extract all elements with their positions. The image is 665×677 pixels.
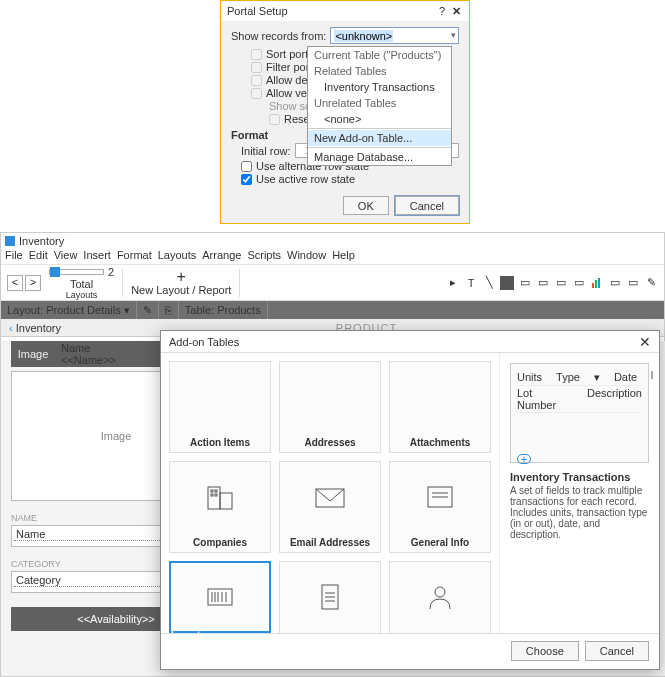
layout-count: 2 <box>108 266 114 278</box>
show-records-label: Show records from: <box>231 30 326 42</box>
addon-grid: Action Items Addresses Attachments Compa… <box>161 353 499 633</box>
addon-title: Add-on Tables <box>169 336 639 348</box>
preview-pane: UnitsType▾Date Lot NumberDescription + I… <box>499 353 659 633</box>
card-email[interactable]: Email Addresses <box>279 461 381 553</box>
dd-group-current: Current Table ("Products") <box>308 47 451 63</box>
close-icon[interactable]: ✕ <box>639 334 651 350</box>
svg-rect-7 <box>211 494 213 496</box>
preview-desc: A set of fields to track multiple transa… <box>510 485 649 540</box>
menu-view[interactable]: View <box>54 249 78 264</box>
combo-value: <unknown> <box>334 30 393 42</box>
svg-rect-0 <box>592 283 594 288</box>
menu-help[interactable]: Help <box>332 249 355 264</box>
chart-tool-icon[interactable] <box>590 276 604 290</box>
card-companies[interactable]: Companies <box>169 461 271 553</box>
layout-total: Total <box>70 278 93 290</box>
dd-item-inventory[interactable]: Inventory Transactions <box>308 79 451 95</box>
menu-scripts[interactable]: Scripts <box>247 249 281 264</box>
name-label: NAME <box>11 513 156 523</box>
rect-tool-icon[interactable]: ▭ <box>518 276 532 290</box>
dd-item-none[interactable]: <none> <box>308 111 451 127</box>
field-tool-icon[interactable]: ▭ <box>536 276 550 290</box>
category-label: CATEGORY <box>11 559 156 569</box>
card-inventory-transactions[interactable]: Inventory Transactions <box>169 561 271 633</box>
table-label: Table: Products <box>179 301 268 319</box>
svg-rect-6 <box>215 490 217 492</box>
portal-tool-icon[interactable]: ▭ <box>572 276 586 290</box>
menu-bar: File Edit View Insert Format Layouts Arr… <box>1 249 664 265</box>
text-tool-icon[interactable]: T <box>464 276 478 290</box>
svg-rect-8 <box>215 494 217 496</box>
svg-point-23 <box>435 587 445 597</box>
svg-rect-4 <box>220 493 232 509</box>
svg-rect-2 <box>598 278 600 288</box>
layouts-slider[interactable]: 2 Total Layouts <box>49 266 114 300</box>
ok-button[interactable]: OK <box>343 196 389 215</box>
nav-fwd-button[interactable]: > <box>25 275 41 291</box>
pencil-icon[interactable]: ✎ <box>137 301 159 319</box>
card-attachments[interactable]: Attachments <box>389 361 491 453</box>
chevron-down-icon: ▾ <box>451 30 456 40</box>
cancel-button[interactable]: Cancel <box>395 196 459 215</box>
menu-edit[interactable]: Edit <box>29 249 48 264</box>
addon-tables-dialog: Add-on Tables ✕ Action Items Addresses A… <box>160 330 660 670</box>
link-icon[interactable]: ⎘ <box>159 301 179 319</box>
card-people[interactable]: People <box>389 561 491 633</box>
svg-rect-5 <box>211 490 213 492</box>
show-records-dropdown: Current Table ("Products") Related Table… <box>307 46 452 166</box>
card-addresses[interactable]: Addresses <box>279 361 381 453</box>
initial-row-label: Initial row: <box>241 145 291 157</box>
button-tool-icon[interactable]: ▭ <box>608 276 622 290</box>
svg-rect-3 <box>208 487 220 509</box>
dd-group-related: Related Tables <box>308 63 451 79</box>
app-title: Inventory <box>19 235 64 247</box>
cancel-button[interactable]: Cancel <box>585 641 649 661</box>
menu-format[interactable]: Format <box>117 249 152 264</box>
back-link[interactable]: ‹ Inventory <box>1 322 69 334</box>
app-icon <box>5 236 15 246</box>
choose-button[interactable]: Choose <box>511 641 579 661</box>
layout-label: Layout: <box>7 304 43 316</box>
dd-separator <box>308 128 451 129</box>
format-painter-icon[interactable]: ✎ <box>644 276 658 290</box>
close-icon[interactable]: ✕ <box>449 5 463 18</box>
card-action-items[interactable]: Action Items <box>169 361 271 453</box>
svg-rect-9 <box>316 489 344 507</box>
card-notes[interactable]: Notes <box>279 561 381 633</box>
card-general-info[interactable]: General Info <box>389 461 491 553</box>
preview-image: UnitsType▾Date Lot NumberDescription + <box>510 363 649 463</box>
menu-arrange[interactable]: Arrange <box>202 249 241 264</box>
popover-tool-icon[interactable]: ▭ <box>626 276 640 290</box>
menu-file[interactable]: File <box>5 249 23 264</box>
portal-title: Portal Setup <box>227 5 435 17</box>
pointer-tool-icon[interactable]: ▸ <box>446 276 460 290</box>
toolbar: < > 2 Total Layouts + New Layout / Repor… <box>1 265 664 301</box>
nav-back-button[interactable]: < <box>7 275 23 291</box>
tab-tool-icon[interactable]: ▭ <box>554 276 568 290</box>
new-layout-button[interactable]: + New Layout / Report <box>131 270 231 296</box>
active-row-checkbox[interactable]: Use active row state <box>241 173 459 185</box>
fill-tool-icon[interactable] <box>500 276 514 290</box>
show-records-combo[interactable]: <unknown> ▾ <box>330 27 459 44</box>
layout-bar: Layout: Product Details ▾ ✎ ⎘ Table: Pro… <box>1 301 664 319</box>
svg-rect-1 <box>595 280 597 288</box>
help-icon[interactable]: ? <box>435 5 449 17</box>
preview-heading: Inventory Transactions <box>510 471 649 483</box>
dd-group-unrelated: Unrelated Tables <box>308 95 451 111</box>
line-tool-icon[interactable]: ╲ <box>482 276 496 290</box>
layout-select[interactable]: Product Details <box>46 304 121 316</box>
tool-palette: ▸ T ╲ ▭ ▭ ▭ ▭ ▭ ▭ ✎ <box>446 276 658 290</box>
dd-separator <box>308 147 451 148</box>
menu-layouts[interactable]: Layouts <box>158 249 197 264</box>
dd-item-manage[interactable]: Manage Database... <box>308 149 451 165</box>
image-header: Image <box>11 348 55 360</box>
menu-insert[interactable]: Insert <box>83 249 111 264</box>
menu-window[interactable]: Window <box>287 249 326 264</box>
dd-item-new-addon[interactable]: New Add-on Table... <box>308 130 451 146</box>
